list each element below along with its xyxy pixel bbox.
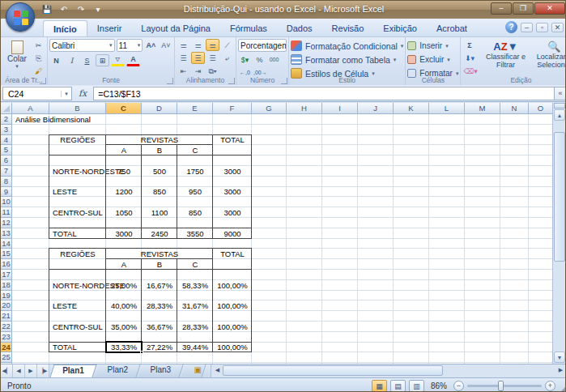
cut-icon[interactable]: ✂ (32, 39, 45, 51)
scroll-up-icon[interactable]: ▲ (554, 109, 565, 121)
row-header-2[interactable]: 2 (1, 114, 12, 125)
title-bar[interactable]: 💾 ↶ ↷ ▾ Distribuição-Qui - usando o Exce… (1, 1, 566, 19)
row-header-19[interactable]: 19 (1, 291, 12, 301)
cell-C20[interactable]: 40,00% (106, 300, 142, 311)
name-box[interactable]: C24 ▾ (2, 87, 72, 100)
cell-E9[interactable]: 950 (177, 187, 213, 198)
close-button[interactable]: ✕ (534, 2, 565, 15)
increase-indent-icon[interactable]: ⇥ (191, 65, 205, 77)
tab-formulas[interactable]: Fórmulas (220, 20, 277, 36)
cell-B22[interactable]: CENTRO-SUL (49, 322, 106, 332)
align-center-icon[interactable]: ☰ (191, 52, 205, 64)
sheet-tab-plan1[interactable]: Plan1 (49, 364, 96, 377)
row-header-6[interactable]: 6 (1, 156, 12, 166)
font-dialog-launcher-icon[interactable] (167, 78, 173, 84)
row-header-9[interactable]: 9 (1, 187, 12, 198)
autosum-icon[interactable]: Σ (462, 39, 476, 51)
zoom-slider[interactable] (467, 385, 542, 387)
cell-B15[interactable]: REGIÕES (49, 249, 106, 259)
column-header-a[interactable]: A (12, 103, 49, 114)
vertical-scroll-thumb[interactable] (554, 132, 565, 262)
italic-button[interactable]: I (65, 54, 79, 66)
number-dialog-launcher-icon[interactable] (281, 78, 287, 84)
cell-E7[interactable]: 1750 (177, 166, 213, 177)
ribbon-minimize-icon[interactable]: – (521, 23, 533, 32)
sheet-tab-plan3[interactable]: Plan3 (138, 364, 184, 377)
column-header-g[interactable]: G (252, 103, 287, 114)
cell-F4[interactable]: TOTAL (213, 135, 252, 146)
cell-E11[interactable]: 850 (177, 207, 213, 218)
next-sheet-icon[interactable]: ▶ (25, 364, 37, 377)
help-icon[interactable]: ? (505, 21, 517, 33)
percent-style-icon[interactable]: % (253, 53, 266, 66)
scroll-down-icon[interactable]: ▼ (554, 352, 565, 363)
format-as-table-button[interactable]: Formatar como Tabela ▾ (291, 53, 403, 66)
cell-B7[interactable]: NORTE-NORDESTE (49, 166, 106, 177)
cell-E22[interactable]: 28,33% (177, 322, 213, 332)
row-header-3[interactable]: 3 (1, 125, 12, 135)
cell-C18[interactable]: 25,00% (106, 280, 142, 291)
column-header-m[interactable]: M (465, 103, 500, 114)
last-sheet-icon[interactable]: ▕▶ (37, 364, 49, 377)
cell-B11[interactable]: CENTRO-SUL (49, 207, 106, 218)
tab-inserir[interactable]: Inserir (87, 20, 132, 36)
cell-D18[interactable]: 16,67% (142, 280, 177, 291)
underline-button[interactable]: S (80, 54, 94, 66)
tab-acrobat[interactable]: Acrobat (427, 20, 477, 36)
tab-inicio[interactable]: Início (43, 20, 87, 36)
cell-F15[interactable]: TOTAL (213, 249, 252, 259)
cell-C22[interactable]: 35,00% (106, 322, 142, 332)
cell-B18[interactable]: NORTE-NORDESTE (49, 280, 106, 291)
zoom-level[interactable]: 86% (431, 381, 447, 390)
resize-grip[interactable]: ◢ (561, 384, 566, 392)
selected-cell-outline[interactable] (105, 341, 143, 354)
column-header-b[interactable]: B (49, 103, 106, 114)
cell-C7[interactable]: 750 (106, 166, 142, 177)
zoom-slider-thumb[interactable] (498, 381, 504, 391)
fill-color-icon[interactable]: 🜄 (111, 54, 125, 66)
cell-D11[interactable]: 1100 (142, 207, 177, 218)
delete-cells-button[interactable]: Excluir ▾ (407, 53, 458, 66)
fill-handle[interactable] (140, 351, 143, 354)
cell-F22[interactable]: 100,00% (213, 322, 252, 332)
row-header-4[interactable]: 4 (1, 135, 12, 146)
row-header-22[interactable]: 22 (1, 322, 12, 332)
conditional-formatting-button[interactable]: Formatação Condicional ▾ (291, 39, 403, 53)
row-header-8[interactable]: 8 (1, 177, 12, 187)
number-format-select[interactable]: Porcentagem▾ (238, 39, 287, 52)
zoom-in-icon[interactable]: + (545, 381, 555, 391)
tab-dados[interactable]: Dados (277, 20, 322, 36)
column-header-e[interactable]: E (177, 103, 213, 114)
column-header-n[interactable]: N (500, 103, 529, 114)
row-header-14[interactable]: 14 (1, 239, 12, 249)
cell-D20[interactable]: 28,33% (142, 300, 177, 311)
find-select-button[interactable]: 🔍 Localizar e Selecionar (529, 39, 566, 77)
cell-F20[interactable]: 100,00% (213, 300, 252, 311)
row-header-7[interactable]: 7 (1, 166, 12, 177)
align-left-icon[interactable]: ☰ (177, 52, 190, 64)
row-header-5[interactable]: 5 (1, 145, 12, 156)
normal-view-icon[interactable]: ▦ (372, 380, 387, 392)
column-header-c[interactable]: C (106, 103, 142, 114)
expand-formula-bar-icon[interactable]: « (554, 87, 566, 100)
ribbon-close-icon[interactable]: ✕ (551, 23, 564, 32)
cell-D9[interactable]: 850 (142, 187, 177, 198)
cell-F7[interactable]: 3000 (213, 166, 252, 177)
office-button[interactable] (6, 2, 35, 32)
column-header-i[interactable]: I (322, 103, 358, 114)
first-sheet-icon[interactable]: ◀▏ (1, 364, 13, 377)
prev-sheet-icon[interactable]: ◀ (13, 364, 25, 377)
sheet-tab-plan2[interactable]: Plan2 (95, 364, 140, 377)
cell-A2[interactable]: Análise Bidimensional (12, 114, 49, 125)
column-header-h[interactable]: H (287, 103, 322, 114)
shrink-font-icon[interactable]: A˅ (160, 39, 172, 51)
scroll-left-icon[interactable]: ◀ (212, 365, 223, 376)
orientation-icon[interactable]: ⟋ (220, 39, 234, 51)
horizontal-scroll-thumb[interactable] (223, 365, 443, 376)
minimize-button[interactable]: – (491, 2, 512, 15)
accounting-format-icon[interactable]: $▾ (238, 53, 252, 66)
cell-D7[interactable]: 500 (142, 166, 177, 177)
row-header-21[interactable]: 21 (1, 311, 12, 322)
bold-button[interactable]: N (49, 54, 63, 66)
copy-icon[interactable]: ⎘ (32, 52, 45, 64)
